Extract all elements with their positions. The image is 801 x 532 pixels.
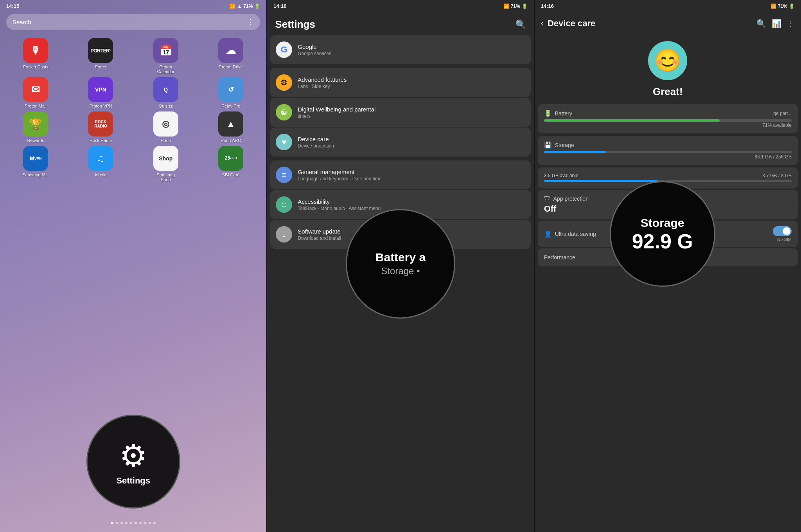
settings-item-wellbeing-text: Digital Wellbeing and parental timers (298, 106, 525, 119)
app-icon-roon-arc: ▲ (218, 111, 243, 137)
app-samsung-shop[interactable]: Shop Samsung Shop (135, 146, 197, 182)
app-icon-sbi-card: 25card (218, 146, 243, 171)
app-porter[interactable]: PORTER° Porter (70, 38, 131, 74)
status-time-3: 14:16 (541, 3, 554, 9)
settings-item-accessibility-text: Accessibility TalkBack · Mono audio · As… (298, 198, 525, 211)
settings-circle-label: Settings (116, 476, 150, 486)
app-proton-drive[interactable]: ☁ Proton Drive (200, 38, 262, 74)
app-grid: 🎙 Pocket Casts PORTER° Porter 📅 Proton C… (0, 35, 266, 185)
storage-circle-label: Storage • (381, 266, 420, 277)
status-bar-1: 14:15 📶 ▲ 71% 🔋 (0, 0, 266, 11)
app-label-relay-pro: Relay Pro (221, 104, 240, 108)
app-icon-roon: ◎ (153, 111, 178, 137)
dot-2 (116, 522, 118, 524)
app-protection-title: App protection (553, 196, 589, 202)
device-care-sub: Device protection (298, 143, 525, 149)
search-icon-3[interactable]: 🔍 (756, 19, 766, 28)
app-proton-vpn[interactable]: VPN Proton VPN (70, 77, 131, 108)
device-care-title: Device care (298, 136, 525, 142)
storage-progress-bar (544, 151, 792, 153)
dot-7 (139, 522, 142, 524)
storage-circle-title: Storage (641, 216, 684, 230)
care-battery-item[interactable]: 🔋 Battery ge patt... 71% available (538, 104, 798, 133)
back-button[interactable]: ‹ (541, 18, 544, 29)
care-storage-item[interactable]: 💾 Storage 63.1 GB / 256 GB (538, 136, 798, 165)
status-bar-2: 14:16 📶 71% 🔋 (267, 0, 533, 11)
performance-label: Performance (544, 254, 575, 261)
app-proton-calendar[interactable]: 📅 Proton Calendar (135, 38, 197, 74)
signal-icon: 📶 (230, 4, 235, 9)
wellbeing-sub: timers (298, 113, 525, 119)
app-relay-pro[interactable]: ↺ Relay Pro (200, 77, 262, 108)
device-care-header-icons: 🔍 📊 ⋮ (756, 19, 795, 28)
settings-item-google[interactable]: G Google Google services (270, 35, 530, 64)
settings-item-advanced[interactable]: ⚙ Advanced features Labs · Side key (270, 68, 530, 97)
app-label-roon: Roon (161, 138, 171, 143)
app-label-rewards: Rewards (27, 138, 44, 143)
storage-circle-overlay: Storage 92.9 G (610, 181, 715, 287)
no-sim-label: No SIM (777, 237, 792, 242)
app-rewards[interactable]: 🏆 Rewards (5, 111, 66, 143)
toggle-knob (783, 227, 790, 235)
page-indicator (111, 522, 156, 524)
storage-progress-fill (544, 151, 606, 153)
app-proton-mail[interactable]: ✉ Proton Mail (5, 77, 66, 108)
app-music[interactable]: ♫ Music (70, 146, 131, 182)
settings-item-general[interactable]: ≡ General management Language and keyboa… (270, 160, 530, 189)
storage-icon-care: 💾 (544, 141, 552, 149)
more-options-icon[interactable]: ⋮ (787, 19, 795, 28)
settings-item-wellbeing[interactable]: ☯ Digital Wellbeing and parental timers (270, 98, 530, 127)
care-metrics-list: 🔋 Battery ge patt... 71% available 💾 Sto… (535, 104, 801, 189)
battery-icon-3: 🔋 (789, 4, 795, 9)
app-samsung-m[interactable]: MVPN Samsung M... (5, 146, 66, 182)
app-pocket-casts[interactable]: 🎙 Pocket Casts (5, 38, 66, 74)
wellbeing-icon: ☯ (276, 104, 292, 120)
app-roon-arc[interactable]: ▲ Roon ARC (200, 111, 262, 143)
ram-detail: 3.7 GB / 8 GB (762, 173, 792, 178)
panel-homescreen: 14:15 📶 ▲ 71% 🔋 Search ⋮ 🎙 Pocket Casts … (0, 0, 266, 532)
app-icon-proton-drive: ☁ (218, 38, 243, 63)
app-quizizz[interactable]: Q Quizizz (135, 77, 197, 108)
app-sbi-card[interactable]: 25card SBI Card (200, 146, 262, 182)
great-label: Great! (653, 86, 683, 98)
app-roon[interactable]: ◎ Roon (135, 111, 197, 143)
software-icon: ↓ (276, 226, 292, 243)
battery-label-1: 71% (243, 4, 253, 9)
panel-device-care: 14:16 📶 71% 🔋 ‹ Device care 🔍 📊 ⋮ 😊 Grea… (535, 0, 801, 532)
search-menu-icon[interactable]: ⋮ (247, 18, 254, 26)
app-icon-pocket-casts: 🎙 (23, 38, 48, 63)
settings-item-google-text: Google Google services (298, 43, 525, 56)
ram-available: 3.5 GB available (544, 173, 578, 178)
device-care-icon: ♥ (276, 134, 292, 150)
app-label-proton-calendar: Proton Calendar (152, 65, 180, 74)
smiley-icon: 😊 (648, 41, 687, 80)
settings-item-device-care[interactable]: ♥ Device care Device protection (270, 128, 530, 156)
dot-5 (130, 522, 132, 524)
settings-circle-overlay[interactable]: ⚙ Settings (86, 415, 180, 509)
dot-6 (135, 522, 137, 524)
search-bar[interactable]: Search ⋮ (6, 14, 260, 30)
app-icon-samsung-shop: Shop (153, 146, 178, 171)
signal-icon-3: 📶 (770, 4, 776, 9)
dot-4 (125, 522, 128, 524)
app-label-quizizz: Quizizz (159, 104, 173, 108)
app-protection-icon: 🛡 (544, 195, 550, 202)
settings-item-device-text: Device care Device protection (298, 136, 525, 149)
bar-chart-icon[interactable]: 📊 (772, 19, 781, 28)
battery-detail: ge patt... (773, 111, 792, 116)
search-icon[interactable]: 🔍 (515, 20, 526, 30)
settings-title: Settings (275, 18, 315, 31)
advanced-sub: Labs · Side key (298, 84, 525, 89)
status-bar-3: 14:16 📶 71% 🔋 (535, 0, 801, 11)
ultra-data-toggle[interactable] (773, 226, 792, 236)
app-label-music: Music (95, 173, 106, 177)
app-rock-radio[interactable]: ROCKRADIO Rock Radio (70, 111, 131, 143)
general-sub: Language and keyboard · Date and time (298, 176, 525, 182)
battery-icon-2: 🔋 (522, 4, 528, 9)
status-time-2: 14:16 (273, 3, 286, 9)
status-time-1: 14:15 (6, 3, 19, 9)
device-care-hero: 😊 Great! (535, 33, 801, 104)
storage-circle-value: 92.9 G (632, 231, 693, 252)
settings-header-icons: 🔍 (515, 20, 526, 30)
wifi-icon: ▲ (237, 4, 242, 9)
